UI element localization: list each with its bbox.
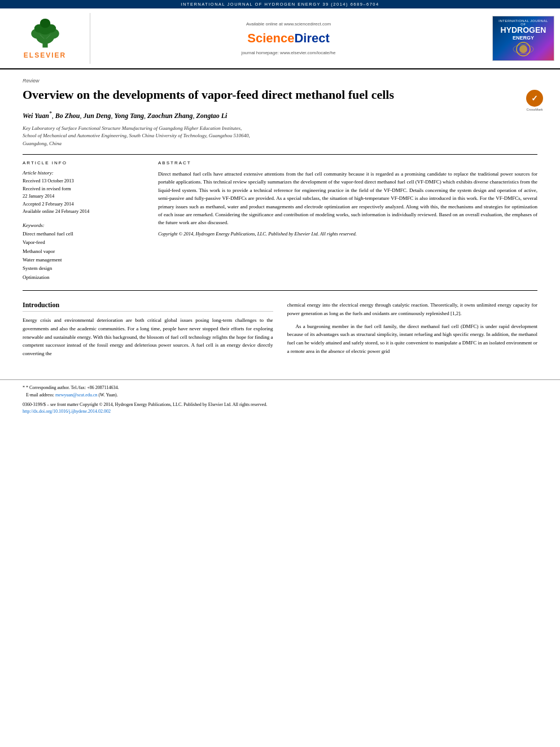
abstract-copyright: Copyright © 2014, Hydrogen Energy Public… bbox=[158, 230, 537, 238]
email-line: E-mail address: mewyuan@scut.edu.cn (W. … bbox=[23, 392, 537, 399]
svg-point-7 bbox=[40, 18, 50, 27]
accepted-date: Accepted 2 February 2014 bbox=[23, 200, 147, 208]
intro-para-2: chemical energy into the electrical ener… bbox=[287, 301, 538, 318]
crossmark-label: CrossMark bbox=[526, 108, 542, 111]
title-wrapper: Overview on the developments of vapor-fe… bbox=[23, 87, 537, 103]
abstract-heading: ABSTRACT bbox=[158, 160, 537, 165]
header-center: Available online at www.sciencedirect.co… bbox=[90, 13, 487, 64]
intro-para-1: Energy crisis and environmental deterior… bbox=[23, 316, 273, 358]
revised-label: Received in revised form bbox=[23, 185, 147, 193]
intro-right-text1: chemical energy into the electrical ener… bbox=[287, 302, 538, 316]
available-online-text: Available online at www.sciencedirect.co… bbox=[246, 21, 331, 27]
svg-point-11 bbox=[519, 45, 527, 53]
corresponding-author-note: * * Corresponding author. Tel./fax: +86 … bbox=[23, 385, 537, 392]
crossmark-icon: ✓ bbox=[526, 90, 543, 107]
elsevier-logo: ELSEVIER bbox=[0, 13, 90, 64]
header-area: ELSEVIER Available online at www.science… bbox=[0, 8, 560, 69]
section-label: Review bbox=[23, 78, 537, 84]
author-jun-deng: Jun Deng bbox=[84, 112, 111, 120]
crossmark-badge[interactable]: ✓ CrossMark bbox=[526, 90, 543, 111]
keyword-5: System design bbox=[23, 264, 147, 273]
separator-2 bbox=[23, 290, 537, 291]
affiliation: Key Laboratory of Surface Functional Str… bbox=[23, 125, 537, 148]
keywords-section: Keywords: Direct methanol fuel cell Vapo… bbox=[23, 222, 147, 282]
article-history: Article history: Received 13 October 201… bbox=[23, 170, 147, 216]
main-content: Review Overview on the developments of v… bbox=[0, 69, 560, 371]
author-yong-tang: Yong Tang bbox=[115, 112, 145, 120]
cover-hydrogen-text: HYDROGEN bbox=[501, 26, 546, 34]
author-zongtao-li: Zongtao Li bbox=[196, 112, 227, 120]
issn-line: 0360-3199/$ – see front matter Copyright… bbox=[23, 401, 537, 409]
received-date: Received 13 October 2013 bbox=[23, 177, 147, 185]
affiliation-line3: Guangdong, China bbox=[23, 140, 537, 148]
author-zaochun-zhang: Zaochun Zhang bbox=[147, 112, 193, 120]
author-wei-yuan: Wei Yuan bbox=[23, 112, 49, 120]
history-label: Article history: bbox=[23, 170, 147, 176]
separator-1 bbox=[23, 154, 537, 155]
keyword-6: Optimization bbox=[23, 273, 147, 282]
abstract-text: Direct methanol fuel cells have attracte… bbox=[158, 170, 537, 238]
cover-energy-text: ENERGY bbox=[513, 35, 534, 41]
abstract-paragraph: Direct methanol fuel cells have attracte… bbox=[158, 170, 537, 227]
introduction-left: Introduction Energy crisis and environme… bbox=[23, 301, 273, 362]
journal-banner: INTERNATIONAL JOURNAL OF HYDROGEN ENERGY… bbox=[0, 0, 560, 8]
introduction-right: chemical energy into the electrical ener… bbox=[287, 301, 538, 362]
abstract-column: ABSTRACT Direct methanol fuel cells have… bbox=[158, 160, 537, 282]
doi-line: http://dx.doi.org/10.1016/j.ijhydene.201… bbox=[23, 408, 537, 416]
paper-title: Overview on the developments of vapor-fe… bbox=[23, 87, 446, 103]
article-info-column: ARTICLE INFO Article history: Received 1… bbox=[23, 160, 147, 282]
introduction-section: Introduction Energy crisis and environme… bbox=[23, 301, 537, 362]
email-label: E-mail address: bbox=[26, 392, 54, 397]
sciencedirect-logo: ScienceDirect bbox=[247, 31, 330, 46]
article-info-heading: ARTICLE INFO bbox=[23, 160, 147, 165]
email-person: (W. Yuan). bbox=[98, 392, 117, 397]
elsevier-label: ELSEVIER bbox=[24, 51, 66, 59]
keyword-1: Direct methanol fuel cell bbox=[23, 230, 147, 238]
keyword-3: Methanol vapor bbox=[23, 247, 147, 256]
available-date: Available online 24 February 2014 bbox=[23, 208, 147, 216]
revised-date: 22 January 2014 bbox=[23, 193, 147, 200]
keyword-2: Vapor-feed bbox=[23, 238, 147, 247]
introduction-right-text: chemical energy into the electrical ener… bbox=[287, 301, 538, 356]
email-link[interactable]: mewyuan@scut.edu.cn bbox=[55, 392, 97, 397]
article-info-abstract-section: ARTICLE INFO Article history: Received 1… bbox=[23, 160, 537, 282]
introduction-heading: Introduction bbox=[23, 301, 273, 312]
affiliation-line1: Key Laboratory of Surface Functional Str… bbox=[23, 125, 537, 133]
keyword-4: Water management bbox=[23, 256, 147, 264]
introduction-para1: Energy crisis and environmental deterior… bbox=[23, 316, 273, 358]
authors-line: Wei Yuan*, Bo Zhou, Jun Deng, Yong Tang,… bbox=[23, 110, 537, 120]
intro-para-3: As a burgeoning member in the fuel cell … bbox=[287, 322, 538, 356]
hydrogen-cover-image: International Journal of HYDROGEN ENERGY bbox=[492, 16, 554, 61]
corresponding-text: * Corresponding author. Tel./fax: +86 20… bbox=[26, 385, 119, 390]
footer-area: * * Corresponding author. Tel./fax: +86 … bbox=[0, 379, 560, 421]
affiliation-line2: School of Mechanical and Automotive Engi… bbox=[23, 132, 537, 140]
doi-link[interactable]: http://dx.doi.org/10.1016/j.ijhydene.201… bbox=[23, 409, 111, 414]
author-bo-zhou: Bo Zhou bbox=[55, 112, 80, 120]
journal-cover: International Journal of HYDROGEN ENERGY bbox=[487, 13, 560, 64]
journal-homepage-text: journal homepage: www.elsevier.com/locat… bbox=[242, 50, 336, 55]
keywords-label: Keywords: bbox=[23, 222, 147, 228]
